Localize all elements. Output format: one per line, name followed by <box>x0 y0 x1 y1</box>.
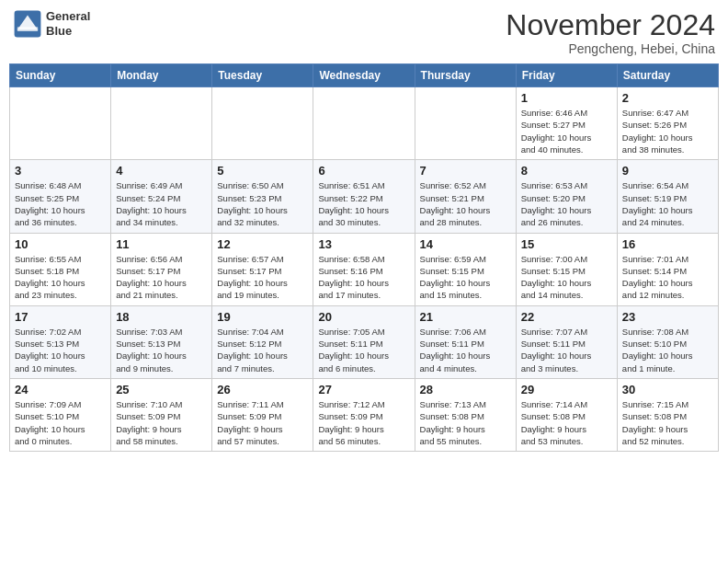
calendar-cell: 23Sunrise: 7:08 AMSunset: 5:10 PMDayligh… <box>617 305 718 378</box>
calendar-cell: 20Sunrise: 7:05 AMSunset: 5:11 PMDayligh… <box>313 305 415 378</box>
calendar-cell: 11Sunrise: 6:56 AMSunset: 5:17 PMDayligh… <box>111 233 212 305</box>
day-number: 10 <box>15 237 106 251</box>
calendar-cell: 9Sunrise: 6:54 AMSunset: 5:19 PMDaylight… <box>617 160 718 233</box>
logo: General Blue <box>13 9 90 39</box>
day-number: 11 <box>116 237 207 251</box>
calendar-cell: 25Sunrise: 7:10 AMSunset: 5:09 PMDayligh… <box>111 378 212 451</box>
week-row-4: 17Sunrise: 7:02 AMSunset: 5:13 PMDayligh… <box>10 305 719 378</box>
week-row-5: 24Sunrise: 7:09 AMSunset: 5:10 PMDayligh… <box>10 378 719 451</box>
weekday-header-monday: Monday <box>111 64 212 87</box>
day-info: Sunrise: 6:57 AMSunset: 5:17 PMDaylight:… <box>217 253 308 302</box>
day-info: Sunrise: 7:09 AMSunset: 5:10 PMDaylight:… <box>15 398 106 447</box>
week-row-1: 1Sunrise: 6:46 AMSunset: 5:27 PMDaylight… <box>10 87 719 160</box>
day-number: 9 <box>622 164 713 178</box>
calendar-cell: 12Sunrise: 6:57 AMSunset: 5:17 PMDayligh… <box>212 233 313 305</box>
week-row-2: 3Sunrise: 6:48 AMSunset: 5:25 PMDaylight… <box>10 160 719 233</box>
weekday-header-row: SundayMondayTuesdayWednesdayThursdayFrid… <box>10 64 719 87</box>
day-info: Sunrise: 7:11 AMSunset: 5:09 PMDaylight:… <box>217 398 308 447</box>
day-number: 5 <box>217 164 308 178</box>
calendar-cell: 26Sunrise: 7:11 AMSunset: 5:09 PMDayligh… <box>212 378 313 451</box>
day-number: 24 <box>15 383 106 396</box>
calendar-cell: 19Sunrise: 7:04 AMSunset: 5:12 PMDayligh… <box>212 305 313 378</box>
day-number: 4 <box>116 164 207 178</box>
calendar-cell <box>10 87 111 160</box>
calendar-cell: 24Sunrise: 7:09 AMSunset: 5:10 PMDayligh… <box>10 378 111 451</box>
day-info: Sunrise: 7:00 AMSunset: 5:15 PMDaylight:… <box>521 253 612 302</box>
weekday-header-tuesday: Tuesday <box>212 64 313 87</box>
calendar-cell: 8Sunrise: 6:53 AMSunset: 5:20 PMDaylight… <box>516 160 617 233</box>
weekday-header-saturday: Saturday <box>617 64 718 87</box>
month-title: November 2024 <box>506 9 715 41</box>
calendar-cell: 16Sunrise: 7:01 AMSunset: 5:14 PMDayligh… <box>617 233 718 305</box>
day-info: Sunrise: 7:15 AMSunset: 5:08 PMDaylight:… <box>622 398 713 447</box>
calendar-cell: 13Sunrise: 6:58 AMSunset: 5:16 PMDayligh… <box>313 233 415 305</box>
calendar-cell <box>415 87 516 160</box>
calendar-cell: 7Sunrise: 6:52 AMSunset: 5:21 PMDaylight… <box>415 160 516 233</box>
calendar-cell: 17Sunrise: 7:02 AMSunset: 5:13 PMDayligh… <box>10 305 111 378</box>
day-number: 3 <box>15 164 106 178</box>
day-info: Sunrise: 7:04 AMSunset: 5:12 PMDaylight:… <box>217 326 308 374</box>
day-number: 19 <box>217 310 308 324</box>
day-info: Sunrise: 6:51 AMSunset: 5:22 PMDaylight:… <box>318 179 409 228</box>
day-info: Sunrise: 7:03 AMSunset: 5:13 PMDaylight:… <box>116 326 207 374</box>
calendar-cell <box>111 87 212 160</box>
day-number: 26 <box>217 383 308 396</box>
day-info: Sunrise: 7:07 AMSunset: 5:11 PMDaylight:… <box>521 326 612 374</box>
day-info: Sunrise: 6:52 AMSunset: 5:21 PMDaylight:… <box>420 179 511 228</box>
calendar-cell: 15Sunrise: 7:00 AMSunset: 5:15 PMDayligh… <box>516 233 617 305</box>
page-header: General Blue November 2024 Pengcheng, He… <box>9 9 719 56</box>
calendar-cell <box>313 87 415 160</box>
calendar-cell: 29Sunrise: 7:14 AMSunset: 5:08 PMDayligh… <box>516 378 617 451</box>
logo-icon <box>13 9 42 39</box>
day-number: 22 <box>521 310 612 324</box>
weekday-header-sunday: Sunday <box>10 64 111 87</box>
calendar-cell: 2Sunrise: 6:47 AMSunset: 5:26 PMDaylight… <box>617 87 718 160</box>
calendar-cell: 4Sunrise: 6:49 AMSunset: 5:24 PMDaylight… <box>111 160 212 233</box>
day-number: 14 <box>420 237 511 251</box>
day-number: 29 <box>521 383 612 396</box>
day-info: Sunrise: 7:06 AMSunset: 5:11 PMDaylight:… <box>420 326 511 374</box>
calendar-cell: 28Sunrise: 7:13 AMSunset: 5:08 PMDayligh… <box>415 378 516 451</box>
day-number: 7 <box>420 164 511 178</box>
day-info: Sunrise: 7:13 AMSunset: 5:08 PMDaylight:… <box>420 398 511 447</box>
day-info: Sunrise: 6:58 AMSunset: 5:16 PMDaylight:… <box>318 253 409 302</box>
calendar-cell: 21Sunrise: 7:06 AMSunset: 5:11 PMDayligh… <box>415 305 516 378</box>
calendar-cell: 1Sunrise: 6:46 AMSunset: 5:27 PMDaylight… <box>516 87 617 160</box>
day-number: 15 <box>521 237 612 251</box>
day-number: 17 <box>15 310 106 324</box>
weekday-header-friday: Friday <box>516 64 617 87</box>
day-number: 21 <box>420 310 511 324</box>
day-info: Sunrise: 6:47 AMSunset: 5:26 PMDaylight:… <box>622 107 713 155</box>
calendar-cell: 10Sunrise: 6:55 AMSunset: 5:18 PMDayligh… <box>10 233 111 305</box>
day-number: 20 <box>318 310 409 324</box>
day-number: 25 <box>116 383 207 396</box>
day-info: Sunrise: 7:05 AMSunset: 5:11 PMDaylight:… <box>318 326 409 374</box>
day-number: 30 <box>622 383 713 396</box>
title-block: November 2024 Pengcheng, Hebei, China <box>506 9 715 56</box>
day-number: 6 <box>318 164 409 178</box>
day-info: Sunrise: 6:59 AMSunset: 5:15 PMDaylight:… <box>420 253 511 302</box>
calendar-cell: 30Sunrise: 7:15 AMSunset: 5:08 PMDayligh… <box>617 378 718 451</box>
day-number: 18 <box>116 310 207 324</box>
day-info: Sunrise: 6:50 AMSunset: 5:23 PMDaylight:… <box>217 179 308 228</box>
day-number: 8 <box>521 164 612 178</box>
calendar-cell: 5Sunrise: 6:50 AMSunset: 5:23 PMDaylight… <box>212 160 313 233</box>
weekday-header-wednesday: Wednesday <box>313 64 415 87</box>
calendar-cell: 3Sunrise: 6:48 AMSunset: 5:25 PMDaylight… <box>10 160 111 233</box>
location-subtitle: Pengcheng, Hebei, China <box>506 41 715 56</box>
day-info: Sunrise: 6:56 AMSunset: 5:17 PMDaylight:… <box>116 253 207 302</box>
day-number: 16 <box>622 237 713 251</box>
day-info: Sunrise: 6:49 AMSunset: 5:24 PMDaylight:… <box>116 179 207 228</box>
day-info: Sunrise: 7:10 AMSunset: 5:09 PMDaylight:… <box>116 398 207 447</box>
calendar-cell: 18Sunrise: 7:03 AMSunset: 5:13 PMDayligh… <box>111 305 212 378</box>
day-info: Sunrise: 7:14 AMSunset: 5:08 PMDaylight:… <box>521 398 612 447</box>
calendar-cell <box>212 87 313 160</box>
day-info: Sunrise: 6:54 AMSunset: 5:19 PMDaylight:… <box>622 179 713 228</box>
day-info: Sunrise: 7:02 AMSunset: 5:13 PMDaylight:… <box>15 326 106 374</box>
day-number: 27 <box>318 383 409 396</box>
day-info: Sunrise: 7:08 AMSunset: 5:10 PMDaylight:… <box>622 326 713 374</box>
week-row-3: 10Sunrise: 6:55 AMSunset: 5:18 PMDayligh… <box>10 233 719 305</box>
calendar-cell: 22Sunrise: 7:07 AMSunset: 5:11 PMDayligh… <box>516 305 617 378</box>
calendar-cell: 14Sunrise: 6:59 AMSunset: 5:15 PMDayligh… <box>415 233 516 305</box>
day-number: 12 <box>217 237 308 251</box>
